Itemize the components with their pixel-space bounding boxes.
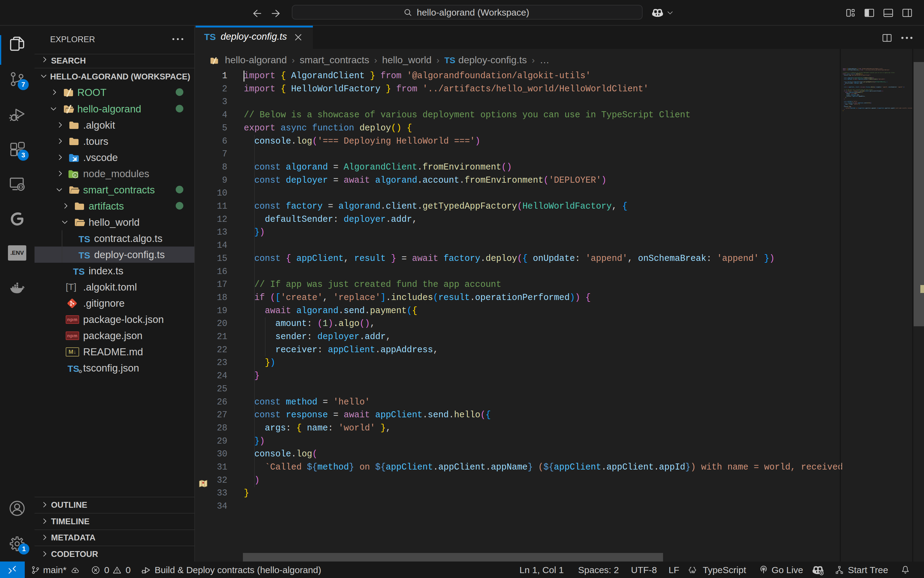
svg-text:js: js (74, 174, 76, 177)
